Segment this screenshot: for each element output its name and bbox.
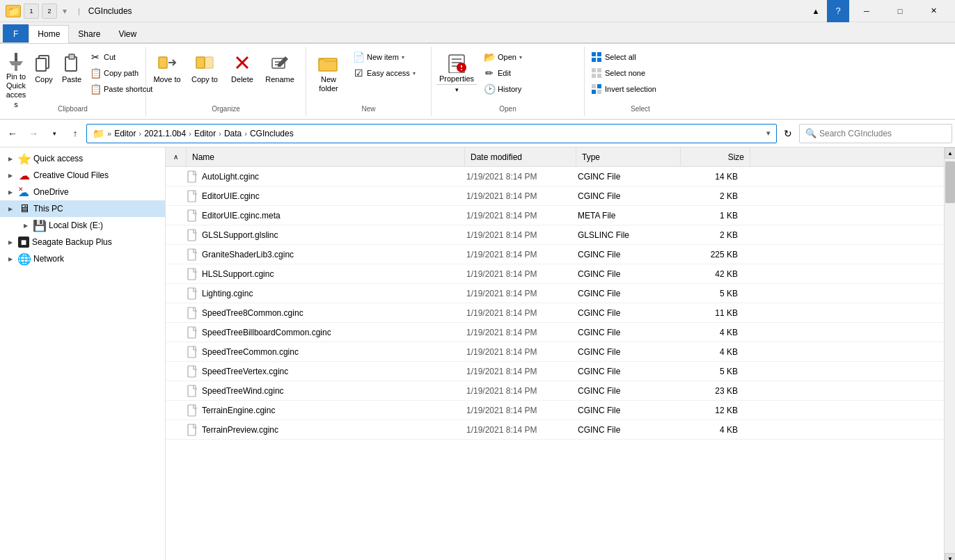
copy-btn[interactable]: Copy xyxy=(31,48,57,104)
nav-item-onedrive[interactable]: ▶ ☁ ✕ OneDrive xyxy=(0,184,165,200)
search-input[interactable] xyxy=(819,129,946,138)
table-row[interactable]: HLSLSupport.cginc 1/19/2021 8:14 PM CGIN… xyxy=(166,264,944,284)
scroll-up-btn[interactable]: ▲ xyxy=(945,147,955,159)
copy-to-btn[interactable]: Copy to xyxy=(187,48,223,104)
edit-btn[interactable]: ✏ Edit xyxy=(480,65,581,81)
file-icon xyxy=(187,365,199,378)
path-data[interactable]: Data xyxy=(224,129,242,138)
properties-dropdown-arrow[interactable]: ▾ xyxy=(436,85,477,95)
search-box[interactable]: 🔍 xyxy=(799,124,952,143)
forward-btn[interactable]: → xyxy=(24,124,43,143)
nav-label-creative-cloud: Creative Cloud Files xyxy=(33,170,109,180)
table-row[interactable]: Lighting.cginc 1/19/2021 8:14 PM CGINC F… xyxy=(166,284,944,303)
expander-seagate[interactable]: ▶ xyxy=(6,237,15,247)
easy-access-btn[interactable]: ☑ Easy access ▾ xyxy=(349,65,428,81)
tab-view[interactable]: View xyxy=(109,24,145,42)
col-header-name[interactable]: Name xyxy=(187,147,465,166)
properties-btn[interactable]: Properties ▾ xyxy=(434,48,479,97)
tab-share[interactable]: Share xyxy=(69,24,109,42)
path-dropdown-arrow[interactable]: ▾ xyxy=(766,129,771,138)
seagate-icon: ■ xyxy=(18,237,29,248)
new-item-btn[interactable]: 📄 New item ▾ xyxy=(349,49,428,65)
history-btn[interactable]: 🕑 History xyxy=(480,81,581,97)
qat-btn-2[interactable]: 2 xyxy=(42,3,57,19)
tab-home[interactable]: Home xyxy=(29,25,69,43)
close-btn[interactable]: ✕ xyxy=(917,0,949,22)
table-row[interactable]: AutoLight.cginc 1/19/2021 8:14 PM CGINC … xyxy=(166,167,944,186)
path-version[interactable]: 2021.1.0b4 xyxy=(144,129,186,138)
up-btn[interactable]: ↑ xyxy=(65,124,85,143)
nav-item-seagate[interactable]: ▶ ■ Seagate Backup Plus xyxy=(0,234,165,250)
pin-to-quick-access-btn[interactable]: Pin to Quickaccess xyxy=(3,48,29,104)
file-size: 42 KB xyxy=(677,269,746,279)
delete-icon xyxy=(231,51,253,74)
table-row[interactable]: SpeedTreeBillboardCommon.cginc 1/19/2021… xyxy=(166,323,944,342)
minimize-btn[interactable]: ─ xyxy=(851,0,883,22)
expander-quick-access[interactable]: ▶ xyxy=(6,154,15,163)
nav-item-local-disk[interactable]: ▶ 💾 Local Disk (E:) xyxy=(0,217,165,234)
col-header-type[interactable]: Type xyxy=(576,147,681,166)
address-path[interactable]: 📁 » Editor › 2021.1.0b4 › Editor › Data … xyxy=(86,124,777,143)
expander-network[interactable]: ▶ xyxy=(6,254,15,264)
table-row[interactable]: SpeedTreeWind.cginc 1/19/2021 8:14 PM CG… xyxy=(166,381,944,401)
select-none-btn[interactable]: Select none xyxy=(587,65,693,81)
ribbon-expand-btn[interactable]: ▲ xyxy=(806,0,826,22)
nav-item-creative-cloud[interactable]: ▶ ☁ Creative Cloud Files xyxy=(0,167,165,184)
title-bar-left: 📁 1 2 ▾ | CGIncludes xyxy=(6,3,132,19)
scroll-thumb[interactable] xyxy=(945,161,955,203)
help-btn[interactable]: ? xyxy=(827,0,849,22)
delete-btn[interactable]: Delete xyxy=(224,48,260,104)
table-row[interactable]: SpeedTree8Common.cginc 1/19/2021 8:14 PM… xyxy=(166,303,944,323)
maximize-btn[interactable]: □ xyxy=(884,0,916,22)
new-small-col: 📄 New item ▾ ☑ Easy access ▾ xyxy=(349,49,428,81)
rename-label: Rename xyxy=(265,75,294,84)
scroll-area xyxy=(945,159,955,553)
path-editor2[interactable]: Editor xyxy=(194,129,216,138)
scroll-down-btn[interactable]: ▼ xyxy=(945,553,955,560)
local-disk-icon: 💾 xyxy=(33,219,46,232)
table-row[interactable]: TerrainEngine.cginc 1/19/2021 8:14 PM CG… xyxy=(166,401,944,420)
back-btn[interactable]: ← xyxy=(3,124,22,143)
table-row[interactable]: GraniteShaderLib3.cginc 1/19/2021 8:14 P… xyxy=(166,245,944,264)
table-row[interactable]: GLSLSupport.glslinc 1/19/2021 8:14 PM GL… xyxy=(166,225,944,245)
copy-icon xyxy=(33,51,55,74)
new-folder-btn[interactable]: New folder xyxy=(309,48,348,104)
file-icon xyxy=(187,209,199,222)
svg-rect-48 xyxy=(188,405,196,416)
move-to-btn[interactable]: Move to xyxy=(149,48,185,104)
recent-btn[interactable]: ▾ xyxy=(45,124,64,143)
table-row[interactable]: SpeedTreeVertex.cginc 1/19/2021 8:14 PM … xyxy=(166,362,944,381)
paste-icon xyxy=(61,51,83,74)
file-type: CGINC File xyxy=(572,250,677,259)
expander-local-disk[interactable]: ▶ xyxy=(21,221,31,230)
copy-to-icon xyxy=(194,51,216,74)
qat-btn-1[interactable]: 1 xyxy=(24,3,39,19)
select-all-btn[interactable]: Select all xyxy=(587,49,693,65)
expander-creative-cloud[interactable]: ▶ xyxy=(6,170,15,180)
window-title: CGIncludes xyxy=(88,6,132,16)
table-row[interactable]: TerrainPreview.cginc 1/19/2021 8:14 PM C… xyxy=(166,420,944,440)
col-header-size[interactable]: Size xyxy=(681,147,750,166)
expander-onedrive[interactable]: ▶ xyxy=(6,187,15,197)
refresh-btn[interactable]: ↻ xyxy=(778,124,798,143)
invert-selection-btn[interactable]: Invert selection xyxy=(587,81,693,97)
scrollbar-track[interactable]: ▲ ▼ xyxy=(944,147,955,560)
table-row[interactable]: EditorUIE.cginc.meta 1/19/2021 8:14 PM M… xyxy=(166,206,944,225)
path-editor1[interactable]: Editor xyxy=(114,129,136,138)
paste-btn[interactable]: Paste xyxy=(58,48,85,104)
col-header-date[interactable]: Date modified xyxy=(465,147,576,166)
nav-item-network[interactable]: ▶ 🌐 Network xyxy=(0,250,165,267)
table-row[interactable]: SpeedTreeCommon.cginc 1/19/2021 8:14 PM … xyxy=(166,342,944,362)
file-name: EditorUIE.cginc xyxy=(202,191,461,201)
open-btn[interactable]: 📂 Open ▾ xyxy=(480,49,581,65)
tab-file[interactable]: F xyxy=(3,24,29,42)
easy-access-icon: ☑ xyxy=(353,67,364,79)
expander-this-pc[interactable]: ▶ xyxy=(6,204,15,214)
nav-item-quick-access[interactable]: ▶ ⭐ Quick access xyxy=(0,150,165,167)
file-date: 1/19/2021 8:14 PM xyxy=(461,308,572,318)
rename-btn[interactable]: Rename xyxy=(262,48,298,104)
nav-item-this-pc[interactable]: ▶ 🖥 This PC xyxy=(0,200,165,217)
header-collapse-btn[interactable]: ∧ xyxy=(166,147,187,166)
path-cgincludes[interactable]: CGIncludes xyxy=(250,129,294,138)
table-row[interactable]: EditorUIE.cginc 1/19/2021 8:14 PM CGINC … xyxy=(166,186,944,206)
